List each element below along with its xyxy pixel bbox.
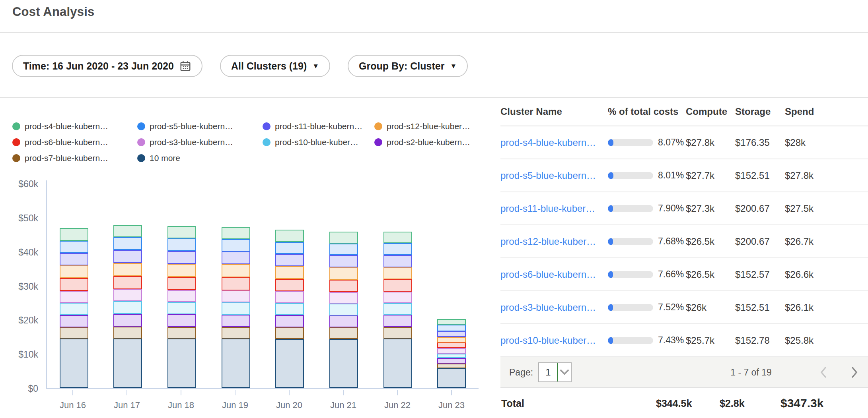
legend-item-label: prod-s3-blue-kubern… <box>150 137 233 147</box>
bar-segment <box>437 325 466 331</box>
bar-segment <box>60 253 88 265</box>
storage-cell: $152.78 <box>735 335 785 346</box>
pct-value: 7.52% <box>658 302 684 313</box>
spend-cell: $26.7k <box>785 236 837 247</box>
bar-segment <box>167 226 196 238</box>
bar-segment <box>437 368 466 388</box>
next-page-button[interactable] <box>850 365 859 379</box>
stacked-bar <box>60 228 88 388</box>
bar-segment <box>329 292 358 304</box>
y-axis-tick-label: $30k <box>0 281 38 292</box>
legend-item[interactable]: prod-s3-blue-kubern… <box>137 137 263 147</box>
cluster-link[interactable]: prod-s5-blue-kubern… <box>500 170 596 181</box>
col-header-cluster-name: Cluster Name <box>500 106 608 117</box>
caret-down-icon: ▼ <box>312 62 319 70</box>
storage-cell: $176.35 <box>735 137 785 148</box>
bar-segment <box>222 290 250 302</box>
compute-cell: $26.5k <box>686 269 735 280</box>
spend-cell: $25.8k <box>785 335 837 346</box>
bar-segment <box>113 289 142 301</box>
x-axis-slot: Jun 22 <box>370 390 424 410</box>
stacked-bar <box>275 230 304 388</box>
pct-progress-fill <box>608 238 613 245</box>
groupby-filter[interactable]: Group By: Cluster ▼ <box>348 55 468 77</box>
storage-cell: $152.51 <box>735 170 785 181</box>
bar-segment <box>60 315 88 327</box>
cluster-name-cell: prod-s3-blue-kubern… <box>500 302 608 313</box>
total-storage-value: $2.8k <box>720 397 745 409</box>
bar-segment <box>167 238 196 251</box>
legend-dot-icon <box>12 122 20 130</box>
bar-segment <box>113 339 142 388</box>
bar-segment <box>437 358 466 364</box>
bar-segment <box>383 339 412 388</box>
col-header-spend: Spend <box>785 106 837 117</box>
x-axis-tick-label: Jun 23 <box>438 400 465 410</box>
table-row: prod-s3-blue-kubern…7.52%$26k$152.51$26.… <box>500 291 868 324</box>
clusters-filter[interactable]: All Clusters (19) ▼ <box>220 55 330 77</box>
y-axis-tick-label: $20k <box>0 315 38 326</box>
legend-item[interactable]: prod-s4-blue-kubern… <box>12 122 137 131</box>
pct-value: 7.68% <box>658 236 684 247</box>
pct-total-costs-cell: 7.52% <box>608 302 686 313</box>
bar-segment <box>275 327 304 339</box>
pct-progress-track <box>608 304 653 311</box>
bar-segment <box>60 241 88 253</box>
legend-item-label: prod-s10-blue-kuber… <box>275 137 358 147</box>
cluster-link[interactable]: prod-s11-blue-kuber… <box>500 203 595 214</box>
y-axis-tick-label: $60k <box>0 179 38 190</box>
legend-item[interactable]: prod-s11-blue-kubern… <box>263 122 374 131</box>
prev-page-button[interactable] <box>819 365 828 379</box>
bar-segment <box>437 337 466 343</box>
legend-item[interactable]: prod-s5-blue-kubern… <box>137 122 263 131</box>
bar-segment <box>329 304 358 315</box>
bar-segment <box>60 339 88 388</box>
bar-segment <box>167 339 196 388</box>
cluster-link[interactable]: prod-s10-blue-kuber… <box>500 335 596 346</box>
legend-item[interactable]: prod-s12-blue-kuber… <box>374 122 470 131</box>
cluster-link[interactable]: prod-s6-blue-kubern… <box>500 269 596 280</box>
bar-segment <box>222 227 250 239</box>
legend-item[interactable]: prod-s6-blue-kubern… <box>12 137 137 147</box>
x-axis-tick-label: Jun 22 <box>384 400 411 410</box>
spend-cell: $26.1k <box>785 302 837 313</box>
groupby-filter-label: Group By: Cluster <box>359 60 444 72</box>
legend-item[interactable]: 10 more <box>137 153 263 163</box>
x-axis-slot: Jun 23 <box>424 390 479 410</box>
page-header: Cost Analysis <box>0 0 868 32</box>
legend-item-label: prod-s2-blue-kubern… <box>387 137 470 147</box>
cluster-link[interactable]: prod-s12-blue-kuber… <box>500 236 596 247</box>
pct-progress-track <box>608 238 653 245</box>
bar-segment <box>167 302 196 314</box>
table-header: Cluster Name % of total costs Compute St… <box>500 98 868 126</box>
chevron-right-icon <box>850 365 859 379</box>
legend-item[interactable]: prod-s10-blue-kuber… <box>263 137 374 147</box>
table-body: prod-s4-blue-kubern…8.07%$27.8k$176.35$2… <box>500 126 868 357</box>
legend-item[interactable]: prod-s2-blue-kubern… <box>374 137 470 147</box>
stacked-bar <box>329 232 358 388</box>
bar-segment <box>383 232 412 243</box>
cluster-link[interactable]: prod-s4-blue-kubern… <box>500 137 596 148</box>
header-divider <box>0 32 868 33</box>
col-header-pct-total-costs: % of total costs <box>608 106 686 117</box>
cluster-name-cell: prod-s12-blue-kuber… <box>500 236 608 247</box>
legend-item[interactable]: prod-s7-blue-kubern… <box>12 153 137 163</box>
bar-segment <box>167 290 196 302</box>
spend-cell: $26.6k <box>785 269 837 280</box>
bar-segment <box>329 244 358 255</box>
time-range-filter[interactable]: Time: 16 Jun 2020 - 23 Jun 2020 <box>12 55 202 77</box>
stacked-bar <box>167 226 196 388</box>
page-select[interactable]: 1 <box>538 362 572 382</box>
x-axis-tick-label: Jun 19 <box>222 400 248 410</box>
pct-progress-fill <box>608 172 613 179</box>
page-label: Page: <box>509 367 533 378</box>
cluster-link[interactable]: prod-s3-blue-kubern… <box>500 302 596 313</box>
bar-segment <box>113 327 142 339</box>
total-row: Total $344.5k $2.8k $347.3k <box>500 388 868 418</box>
bar-segment <box>167 277 196 290</box>
cluster-name-cell: prod-s11-blue-kuber… <box>500 203 608 214</box>
compute-cell: $26k <box>686 302 735 313</box>
bar-segment <box>60 327 88 339</box>
pct-value: 8.07% <box>658 137 684 148</box>
x-axis-slot: Jun 16 <box>46 390 100 410</box>
